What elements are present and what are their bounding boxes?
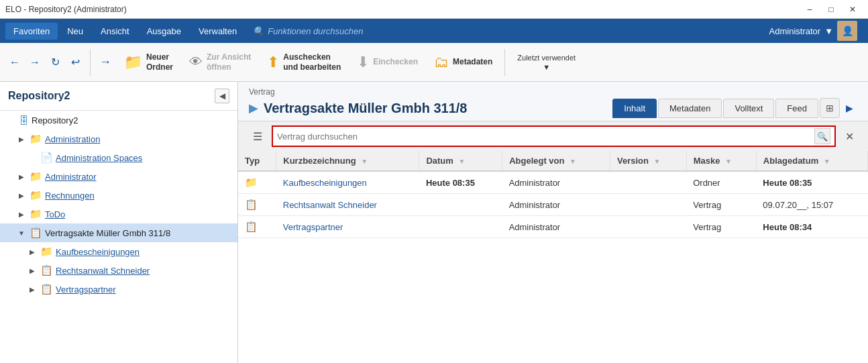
tree-label-rechtsanwalt: Rechtsanwalt Schneider [56,266,150,276]
tree-item-repo2[interactable]: 🗄 Repository2 [0,111,237,129]
tree-item-vertragspartner[interactable]: ▶ 📋 Vertragspartner [0,280,237,299]
nav-into-button[interactable]: → [96,53,115,72]
breadcrumb: Vertrag [249,87,857,97]
cell-kurzbezeichnung[interactable]: Vertragspartner [276,216,419,238]
expand-icon-vertragsakte: ▼ [16,227,27,238]
new-folder-button[interactable]: 📁 NeuerOrdner [117,48,180,76]
tab-feed[interactable]: Feed [775,99,818,118]
expand-icon-rechtsanwalt: ▶ [27,265,38,276]
search-submit-button[interactable]: 🔍 [814,128,830,144]
tree-item-administration[interactable]: ▶ 📁 Administration [0,129,237,148]
cell-version [610,194,686,216]
open-view-label: Zur Ansichtöffnen [207,52,251,72]
col-datum[interactable]: Datum ▼ [419,151,502,171]
close-button[interactable]: ✕ [843,3,863,16]
tree-label-vertragsakte: Vertragsakte Müller Gmbh 311/8 [45,228,170,238]
col-ablagedatum[interactable]: Ablagedatum ▼ [756,151,867,171]
tab-nav-button[interactable]: ▶ [841,100,857,116]
nav-undo-button[interactable]: ↩ [66,53,85,72]
checkout-icon: ⬆ [267,54,279,71]
row-type-icon: 📁 [245,176,258,188]
kurzbezeichnung-link[interactable]: Vertragspartner [283,222,343,232]
metadata-button[interactable]: 🗂 Metadaten [427,50,499,75]
tab-volltext[interactable]: Volltext [723,99,774,118]
zuletzt-button[interactable]: Zuletzt verwendet ▼ [510,51,582,74]
tree-label-vertragspartner: Vertragspartner [56,284,116,295]
minimize-button[interactable]: – [800,3,820,16]
folder-icon-admin: 📁 [30,133,42,145]
row-type-icon: 📋 [245,221,258,232]
cell-ablagedatum: Heute 08:34 [756,216,867,238]
titlebar-title: ELO - Repository2 (Administrator) [5,5,127,14]
col-kurzbezeichnung[interactable]: Kurzbezeichnung ▼ [276,151,419,171]
open-view-button[interactable]: 👁 Zur Ansichtöffnen [182,48,258,76]
checkin-icon: ⬇ [357,54,369,71]
tab-grid-view-button[interactable]: ⊞ [820,98,840,118]
new-folder-icon: 📁 [124,54,142,71]
kurzbezeichnung-link[interactable]: Rechtsanwalt Schneider [283,200,377,210]
menu-neu[interactable]: Neu [59,23,91,40]
search-input[interactable] [277,132,812,142]
cell-maske: Vertrag [686,194,756,216]
content-table: Typ Kurzbezeichnung ▼ Datum ▼ Abgelegt v… [238,151,868,238]
tree-item-administrator[interactable]: ▶ 📁 Administrator [0,167,237,186]
user-dropdown-icon[interactable]: ▼ [824,26,833,36]
open-view-icon: 👁 [189,54,203,70]
tree-label-rechnungen: Rechnungen [45,191,95,201]
cell-abgelegt-von: Administrator [502,216,610,238]
menu-verwalten[interactable]: Verwalten [191,23,245,40]
menu-ausgabe[interactable]: Ausgabe [139,23,189,40]
tree-item-kaufbescheinigungen[interactable]: ▶ 📁 Kaufbescheinigungen [0,242,237,261]
expand-icon-rechnungen: ▶ [16,190,27,201]
list-view-button[interactable]: ☰ [249,127,266,145]
nav-back-button[interactable]: ← [5,53,24,72]
tree-item-todo[interactable]: ▶ 📁 ToDo [0,205,237,223]
tab-inhalt[interactable]: Inhalt [612,99,657,118]
nav-refresh-button[interactable]: ↻ [46,53,64,72]
search-close-button[interactable]: ✕ [841,128,857,144]
tab-metadaten[interactable]: Metadaten [658,99,722,118]
expand-icon-admin-spaces [27,152,38,163]
kurzbezeichnung-link[interactable]: Kaufbescheinigungen [283,178,367,188]
checkout-button[interactable]: ⬆ Auscheckenund bearbeiten [260,48,347,76]
sort-icon-ablage: ▼ [824,158,830,165]
table-row[interactable]: 📋Rechtsanwalt SchneiderAdministratorVert… [238,194,868,216]
content-title-icon: ▶ [249,101,258,115]
nav-forward-button[interactable]: → [25,53,44,72]
cell-version [610,216,686,238]
cell-typ: 📋 [238,194,276,216]
col-typ: Typ [238,151,276,171]
checkin-button[interactable]: ⬇ Einchecken [350,50,425,75]
search-icon: 🔍 [253,26,264,36]
cell-kurzbezeichnung[interactable]: Kaufbescheinigungen [276,171,419,194]
menu-ansicht[interactable]: Ansicht [93,23,138,40]
folder-icon-todo: 📁 [30,208,42,220]
cell-typ: 📋 [238,216,276,238]
toolbar: ← → ↻ ↩ → 📁 NeuerOrdner 👁 Zur Ansichtöff… [0,43,868,82]
col-version[interactable]: Version ▼ [610,151,686,171]
tree-item-rechtsanwalt[interactable]: ▶ 📋 Rechtsanwalt Schneider [0,261,237,280]
cell-datum: Heute 08:35 [419,171,502,194]
table-row[interactable]: 📋VertragspartnerAdministratorVertragHeut… [238,216,868,238]
menu-search[interactable]: 🔍 Funktionen durchsuchen [246,23,762,39]
col-maske[interactable]: Maske ▼ [686,151,756,171]
sort-icon-datum: ▼ [458,158,465,165]
tree-item-rechnungen[interactable]: ▶ 📁 Rechnungen [0,186,237,205]
col-abgelegt-von[interactable]: Abgelegt von ▼ [502,151,610,171]
zuletzt-dropdown-icon: ▼ [543,63,550,71]
menu-favoriten[interactable]: Favoriten [5,23,58,40]
cell-ablagedatum: Heute 08:35 [756,171,867,194]
sort-icon-version: ▼ [654,158,661,165]
cell-abgelegt-von: Administrator [502,194,610,216]
sidebar-collapse-button[interactable]: ◀ [215,89,229,103]
folder-icon-rechnungen: 📁 [30,189,42,201]
zuletzt-label: Zuletzt verwendet [517,54,576,62]
tree-item-admin-spaces[interactable]: 📄 Administration Spaces [0,148,237,167]
maximize-button[interactable]: □ [821,3,841,16]
tree-item-vertragsakte[interactable]: ▼ 📋 Vertragsakte Müller Gmbh 311/8 [0,223,237,242]
expand-icon-repo2 [5,115,16,125]
cell-kurzbezeichnung[interactable]: Rechtsanwalt Schneider [276,194,419,216]
sort-icon-abgelegt: ▼ [569,158,576,165]
table-row[interactable]: 📁KaufbescheinigungenHeute 08:35Administr… [238,171,868,194]
toolbar-sep-2 [504,49,505,76]
